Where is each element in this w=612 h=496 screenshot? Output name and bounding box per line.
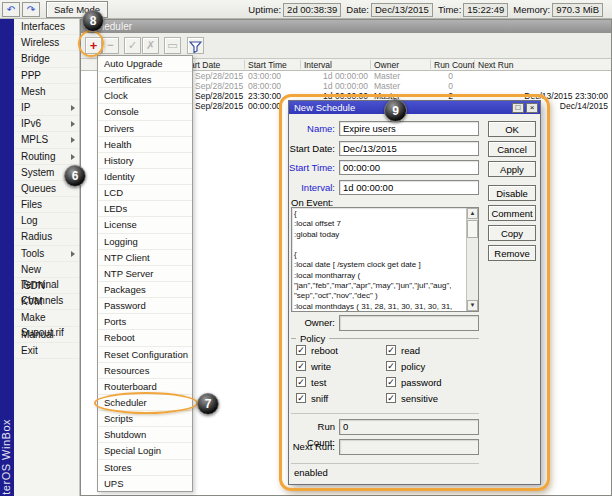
- system-menu-item[interactable]: Identity: [98, 169, 192, 185]
- policy-checkbox-row[interactable]: ✓ test: [296, 375, 386, 391]
- field-input[interactable]: Dec/13/2015: [339, 141, 479, 156]
- undo-icon[interactable]: ↶: [2, 2, 20, 17]
- system-menu-item[interactable]: Clock: [98, 88, 192, 104]
- system-menu-item[interactable]: Special Login: [98, 443, 192, 459]
- filter-button[interactable]: [187, 37, 204, 54]
- disable-icon: ✗: [146, 39, 155, 51]
- checkbox-icon[interactable]: ✓: [296, 361, 306, 371]
- system-menu-item[interactable]: NTP Client: [98, 250, 192, 266]
- column-header-run-count[interactable]: Run Count: [434, 60, 475, 70]
- system-menu-item[interactable]: Reboot: [98, 330, 192, 346]
- system-menu-item[interactable]: Auto Upgrade: [98, 56, 192, 72]
- policy-checkbox-row[interactable]: ✓ write: [296, 359, 386, 375]
- scroll-up-icon[interactable]: ▲: [467, 208, 478, 219]
- checkbox-icon[interactable]: ✓: [386, 361, 396, 371]
- enable-button[interactable]: ✓: [124, 37, 141, 54]
- system-menu-item[interactable]: License: [98, 217, 192, 233]
- system-menu-item[interactable]: History: [98, 153, 192, 169]
- column-header-next-run[interactable]: Next Run: [478, 60, 513, 70]
- system-menu-item[interactable]: Stores: [98, 460, 192, 476]
- sidebar-item[interactable]: Radius: [14, 229, 79, 245]
- system-menu-item[interactable]: Ports: [98, 314, 192, 330]
- dialog-button[interactable]: Remove: [488, 245, 536, 261]
- disable-button[interactable]: ✗: [142, 37, 159, 54]
- sidebar-item[interactable]: Wireless: [14, 35, 79, 51]
- add-button[interactable]: +: [85, 37, 102, 54]
- sidebar-item[interactable]: Log: [14, 213, 79, 229]
- sidebar-item[interactable]: Routing: [14, 149, 79, 165]
- sidebar-item[interactable]: KVM: [14, 294, 79, 310]
- comment-button[interactable]: ▭: [164, 37, 181, 54]
- on-event-textarea[interactable]: { :local offset 7 :global today { :local…: [291, 207, 479, 312]
- scheduler-window-titlebar[interactable]: Scheduler: [81, 20, 611, 33]
- owner-field[interactable]: [339, 315, 479, 331]
- policy-checkbox-row[interactable]: ✓ password: [386, 375, 476, 391]
- sidebar-item[interactable]: Make Supout.rif: [14, 310, 79, 326]
- policy-checkbox-row[interactable]: ✓ reboot: [296, 343, 386, 359]
- checkbox-icon[interactable]: ✓: [386, 377, 396, 387]
- sidebar-item[interactable]: IP: [14, 100, 79, 116]
- policy-checkbox-row[interactable]: ✓ policy: [386, 359, 476, 375]
- column-header-interval[interactable]: Interval: [304, 60, 332, 70]
- scroll-down-icon[interactable]: ▼: [467, 300, 478, 311]
- sidebar-item[interactable]: PPP: [14, 68, 79, 84]
- system-menu-item[interactable]: Scripts: [98, 411, 192, 427]
- system-menu-item[interactable]: Console: [98, 104, 192, 120]
- policy-checkbox-row[interactable]: ✓ sensitive: [386, 391, 476, 407]
- redo-icon[interactable]: ↷: [22, 2, 40, 17]
- sidebar-item[interactable]: ISDN Channels: [14, 278, 79, 294]
- column-divider: [300, 60, 301, 69]
- system-menu-item[interactable]: UPS: [98, 476, 192, 491]
- dialog-button[interactable]: Copy: [488, 225, 536, 241]
- checkbox-icon[interactable]: ✓: [296, 345, 306, 355]
- sidebar-item-label: Tools: [21, 248, 44, 259]
- dialog-button[interactable]: Apply: [488, 161, 536, 177]
- sidebar-item[interactable]: Bridge: [14, 51, 79, 67]
- checkbox-icon[interactable]: ✓: [386, 345, 396, 355]
- system-menu-item[interactable]: Password: [98, 298, 192, 314]
- system-menu-item[interactable]: LEDs: [98, 201, 192, 217]
- sidebar-item-label: IP: [21, 102, 30, 113]
- sidebar-item[interactable]: Tools: [14, 246, 79, 262]
- system-menu-item[interactable]: Scheduler: [98, 395, 192, 411]
- system-menu-item[interactable]: Logging: [98, 234, 192, 250]
- comment-icon: ▭: [167, 39, 177, 51]
- remove-button[interactable]: −: [102, 37, 119, 54]
- scrollbar-thumb[interactable]: [467, 220, 478, 238]
- cell-start-date: Sep/28/2015: [195, 81, 243, 91]
- dialog-button[interactable]: OK: [488, 121, 536, 137]
- checkbox-icon[interactable]: ✓: [296, 393, 306, 403]
- dialog-button[interactable]: Disable: [488, 185, 536, 201]
- dialog-button[interactable]: Cancel: [488, 141, 536, 157]
- field-input[interactable]: 1d 00:00:00: [339, 180, 479, 195]
- system-menu-item[interactable]: Certificates: [98, 72, 192, 88]
- sidebar-item[interactable]: Interfaces: [14, 19, 79, 35]
- sidebar-item[interactable]: MPLS: [14, 132, 79, 148]
- system-menu-item[interactable]: Shutdown: [98, 427, 192, 443]
- sidebar-item[interactable]: New Terminal: [14, 262, 79, 278]
- column-header-owner[interactable]: Owner: [374, 60, 399, 70]
- sidebar-item[interactable]: Exit: [14, 343, 79, 359]
- system-menu-item[interactable]: Health: [98, 137, 192, 153]
- policy-checkbox-row[interactable]: ✓ sniff: [296, 391, 386, 407]
- sidebar-item[interactable]: Manual: [14, 327, 79, 343]
- system-menu-item[interactable]: LCD: [98, 185, 192, 201]
- sidebar-item[interactable]: Mesh: [14, 84, 79, 100]
- dialog-button[interactable]: Comment: [488, 205, 536, 221]
- system-menu-item[interactable]: Resources: [98, 363, 192, 379]
- column-header-start-time[interactable]: Start Time: [248, 60, 287, 70]
- sidebar-item[interactable]: Files: [14, 197, 79, 213]
- sidebar-item-label: Files: [21, 199, 42, 210]
- sidebar-item[interactable]: IPv6: [14, 116, 79, 132]
- system-menu-item[interactable]: NTP Server: [98, 266, 192, 282]
- system-menu-item[interactable]: Packages: [98, 282, 192, 298]
- checkbox-icon[interactable]: ✓: [296, 377, 306, 387]
- checkbox-icon[interactable]: ✓: [386, 393, 396, 403]
- field-input[interactable]: 00:00:00: [339, 160, 479, 175]
- scrollbar[interactable]: ▲ ▼: [466, 208, 478, 311]
- system-menu-item[interactable]: Drivers: [98, 121, 192, 137]
- system-menu-item[interactable]: Routerboard: [98, 379, 192, 395]
- system-menu-item[interactable]: Reset Configuration: [98, 347, 192, 363]
- field-input[interactable]: Expire users: [339, 121, 479, 136]
- policy-checkbox-row[interactable]: ✓ read: [386, 343, 476, 359]
